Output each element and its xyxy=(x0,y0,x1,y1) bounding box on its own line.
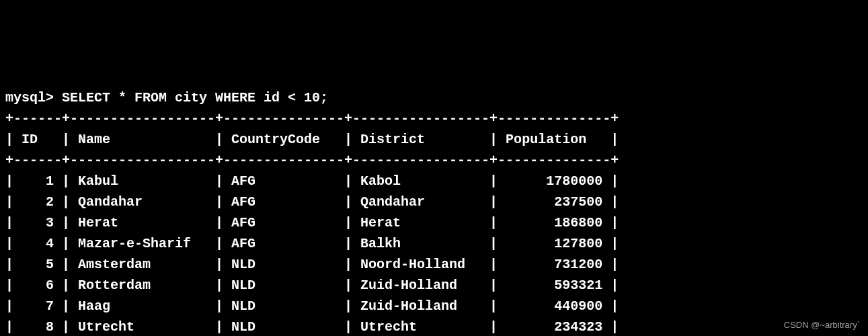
mysql-prompt: mysql> xyxy=(5,90,62,106)
watermark: CSDN @~arbitrary` xyxy=(784,319,860,332)
sql-query: SELECT * FROM city WHERE id < 10; xyxy=(62,90,328,106)
table-border-mid: +------+------------------+-------------… xyxy=(5,153,619,168)
terminal-output: mysql> SELECT * FROM city WHERE id < 10;… xyxy=(5,87,863,336)
table-border-top: +------+------------------+-------------… xyxy=(5,111,619,126)
table-body: | 1 | Kabul | AFG | Kabol | 1780000 | | … xyxy=(5,173,619,336)
table-header-row: | ID | Name | CountryCode | District | P… xyxy=(5,132,619,147)
